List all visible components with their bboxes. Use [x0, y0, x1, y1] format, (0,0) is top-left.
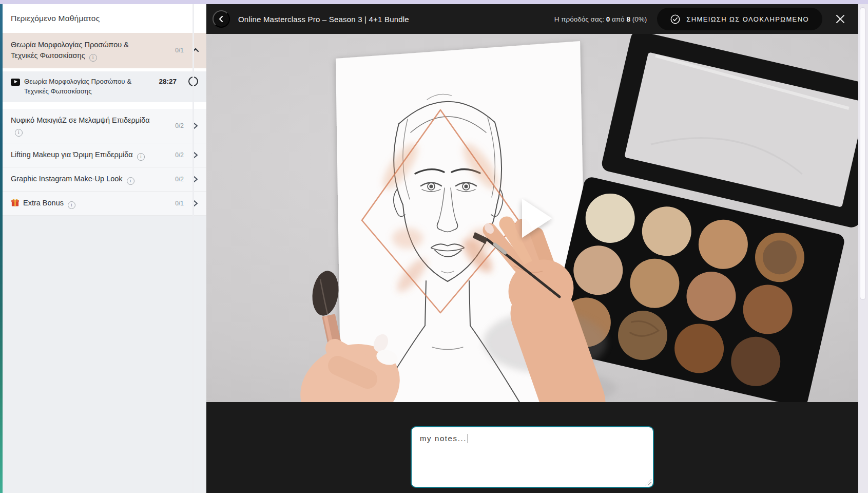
video-frame [206, 34, 858, 402]
video-play-icon [11, 79, 20, 86]
close-icon [835, 13, 846, 25]
player-topbar: Online Masterclass Pro – Season 3 | 4+1 … [206, 4, 858, 34]
chevron-left-icon [218, 15, 225, 23]
info-icon[interactable]: i [68, 201, 75, 209]
window-top-strip [0, 0, 868, 4]
close-button[interactable] [834, 12, 847, 26]
section-progress: 0/1 [175, 47, 184, 54]
section-row-bridal[interactable]: Νυφικό ΜακιγιάΖ σε Μελαμψή Επιδερμίδαi 0… [3, 109, 206, 143]
notes-panel: my notes... [206, 402, 858, 493]
mark-complete-label: ΣΗΜΕΙΩΣΗ ΩΣ ΟΛΟΚΛΗΡΩΜΕΝΟ [686, 15, 809, 23]
section-progress: 0/2 [175, 176, 184, 183]
lesson-duration: 28:27 [159, 78, 177, 85]
section-progress: 0/2 [175, 122, 184, 129]
progress-text: Η πρόοδός σας: 0 από 8 (0%) [554, 15, 647, 23]
textarea-resize-handle[interactable] [645, 479, 651, 485]
section-row-lifting[interactable]: Lifting Makeup για Ώριμη Επιδερμίδαi 0/2 [3, 143, 206, 167]
text-caret [468, 434, 469, 443]
check-circle-icon [670, 14, 680, 24]
info-icon[interactable]: i [127, 177, 134, 185]
section-title: Extra Bonus [23, 199, 64, 207]
progress-current: 0 [606, 15, 610, 23]
notes-text: my notes... [420, 434, 467, 443]
divider [3, 102, 206, 109]
brush-bristles [310, 269, 341, 317]
gift-icon [11, 198, 20, 207]
back-button[interactable] [213, 10, 230, 28]
lesson-row-video[interactable]: Θεωρία Μορφολογίας Προσώπου & Τεχνικές Φ… [3, 71, 206, 103]
info-icon[interactable]: i [137, 153, 145, 161]
section-row-graphic[interactable]: Graphic Instagram Make-Up Looki 0/2 [3, 167, 206, 192]
sidebar-empty-area [3, 216, 206, 493]
section-progress: 0/2 [175, 151, 184, 159]
info-icon[interactable]: i [89, 54, 97, 62]
sidebar-header: Περιεχόμενο Μαθήματος [3, 4, 206, 33]
progress-total: 8 [626, 15, 630, 23]
mark-complete-button[interactable]: ΣΗΜΕΙΩΣΗ ΩΣ ΟΛΟΚΛΗΡΩΜΕΝΟ [657, 8, 822, 30]
info-icon[interactable]: i [15, 129, 23, 137]
course-title: Online Masterclass Pro – Season 3 | 4+1 … [238, 15, 409, 24]
section-title: Θεωρία Μορφολογίας Προσώπου & Τεχνικές Φ… [11, 40, 150, 62]
section-header-expanded[interactable]: Θεωρία Μορφολογίας Προσώπου & Τεχνικές Φ… [3, 33, 206, 68]
video-player[interactable] [206, 34, 858, 402]
course-content-sidebar: Περιεχόμενο Μαθήματος Θεωρία Μορφολογίας… [3, 4, 206, 493]
section-title: Graphic Instagram Make-Up Look [11, 175, 123, 183]
page-scrollbar-thumb[interactable] [860, 7, 866, 300]
section-title: Lifting Makeup για Ώριμη Επιδερμίδα [11, 150, 133, 159]
notes-textarea[interactable]: my notes... [411, 426, 654, 488]
section-row-bonus[interactable]: Extra Bonusi 0/1 [3, 192, 206, 216]
section-title: Νυφικό ΜακιγιάΖ σε Μελαμψή Επιδερμίδα [11, 116, 150, 124]
section-progress: 0/1 [175, 200, 184, 207]
sidebar-title: Περιεχόμενο Μαθήματος [11, 14, 100, 23]
sidebar-scrollbar[interactable] [192, 4, 194, 493]
lesson-title: Θεωρία Μορφολογίας Προσώπου & Τεχνικές Φ… [24, 77, 145, 97]
